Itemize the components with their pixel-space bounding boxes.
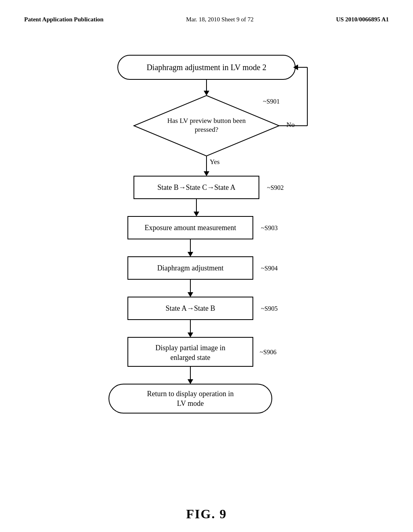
title-text: Diaphragm adjustment in LV mode 2 — [146, 63, 266, 72]
s905-text: State A→State B — [166, 304, 215, 312]
s904-text: Diaphragm adjustment — [157, 264, 223, 272]
svg-marker-2 — [204, 91, 209, 96]
svg-marker-21 — [188, 332, 193, 337]
no-label: No — [286, 121, 295, 129]
yes-label: Yes — [210, 158, 220, 166]
s901-label: ~S901 — [263, 98, 280, 105]
header-right: US 2010/0066895 A1 — [336, 16, 389, 23]
svg-marker-24 — [188, 379, 193, 384]
s902-label: ~S902 — [267, 184, 284, 191]
svg-marker-12 — [194, 212, 199, 216]
s904-label: ~S904 — [261, 265, 278, 272]
s906-label: ~S906 — [260, 349, 277, 355]
svg-marker-15 — [188, 252, 193, 257]
figure-label: FIG. 9 — [24, 507, 389, 522]
decision-text-2: pressed? — [195, 126, 219, 133]
header-left: Patent Application Publication — [24, 16, 104, 23]
end-text-1: Return to display operation in — [147, 390, 234, 398]
s902-text: State B→State C→State A — [157, 183, 236, 191]
end-text-2: LV mode — [177, 399, 204, 407]
decision-text-1: Has LV preview button been — [167, 117, 246, 125]
page-header: Patent Application Publication Mar. 18, … — [24, 16, 389, 23]
svg-rect-25 — [109, 384, 272, 413]
s905-label: ~S905 — [261, 305, 278, 312]
header-center: Mar. 18, 2010 Sheet 9 of 72 — [186, 16, 253, 23]
svg-marker-18 — [188, 292, 193, 297]
diagram-container: Diaphragm adjustment in LV mode 2 ~S901 … — [24, 47, 389, 482]
s903-text: Exposure amount measurement — [145, 224, 236, 232]
svg-rect-22 — [128, 337, 253, 366]
svg-marker-9 — [204, 171, 209, 176]
flowchart-svg: Diaphragm adjustment in LV mode 2 ~S901 … — [65, 47, 348, 482]
page: Patent Application Publication Mar. 18, … — [0, 0, 413, 532]
s906-text-2: enlarged state — [170, 353, 210, 362]
s903-label: ~S903 — [261, 224, 278, 231]
s906-text-1: Display partial image in — [155, 344, 225, 352]
